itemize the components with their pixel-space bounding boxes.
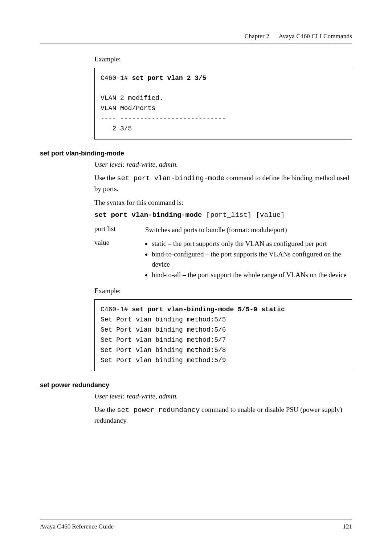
code-2-line-1: C460-1# set port vlan-binding-mode 5/5-9… [101,306,285,313]
code-2-line-5: Set Port vlan binding method:5/8 [101,347,226,354]
syntax-line-1: set port vlan-binding-mode [port_list] [… [94,211,352,219]
code-2-line-6: Set Port vlan binding method:5/9 [101,357,226,364]
desc-power: Use the set power redundancy command to … [94,405,352,425]
section-heading-power: set power redundancy [40,381,352,389]
value-bullet-2: bind-to-configured – the port supports t… [152,249,352,269]
userlevel-1: User level: read-write, admin. [94,159,352,170]
code-block-1: C460-1# set port vlan 2 3/5 VLAN 2 modif… [94,68,352,139]
code-block-2: C460-1# set port vlan-binding-mode 5/5-9… [94,299,352,371]
param-name-portlist: port list [94,225,145,233]
example-label-2: Example: [94,286,352,296]
desc-cmd-2: set power redundancy [117,406,200,414]
syntax-bold-1: set port vlan-binding-mode [94,211,202,219]
code-1-line-2: VLAN 2 modified. [101,94,163,102]
param-desc-portlist: Switches and ports to bundle (format: mo… [145,225,287,235]
header-rule [40,44,352,44]
desc-pre-2: Use the [94,406,117,413]
param-row-value: value static – the port supports only th… [94,239,352,281]
content-area: Example: C460-1# set port vlan 2 3/5 VLA… [94,54,352,425]
value-bullet-3: bind-to-all – the port support the whole… [152,270,352,280]
param-row-portlist: port list Switches and ports to bundle (… [94,225,352,235]
example-label-1: Example: [94,54,352,64]
desc-pre-1: Use the [94,174,117,182]
section-heading-vlan-binding: set port vlan-binding-mode [40,150,352,157]
code-2-line-4: Set Port vlan binding method:5/7 [101,336,226,344]
code-1-line-5: 2 3/5 [101,125,132,132]
code-1-line-3: VLAN Mod/Ports [101,105,155,112]
param-name-value: value [94,239,145,247]
footer-left: Avaya C460 Reference Guide [40,523,114,530]
footer-rule [40,519,352,519]
code-1-line-4: ---- --------------------------- [101,115,226,122]
value-bullet-1: static – the port supports only the VLAN… [152,239,352,249]
desc-cmd-1: set port vlan-binding-mode [117,174,224,182]
syntax-args-1: [port_list] [value] [202,211,285,219]
page-footer: Avaya C460 Reference Guide 121 [40,519,352,530]
page-header: Chapter 2 Avaya C460 CLI Commands [40,33,352,40]
code-1-line-1: C460-1# set port vlan 2 3/5 [101,74,207,82]
param-desc-value: static – the port supports only the VLAN… [145,239,352,281]
code-2-line-2: Set Port vlan binding method:5/5 [101,316,226,323]
code-2-line-3: Set Port vlan binding method:5/6 [101,326,226,333]
chapter-label: Chapter 2 [245,33,269,40]
userlevel-2: User level: read-write, admin. [94,391,352,401]
desc-vlan-binding: Use the set port vlan-binding-mode comma… [94,173,352,194]
chapter-title: Avaya C460 CLI Commands [279,33,352,40]
footer-right: 121 [343,523,352,530]
syntax-label-1: The syntax for this command is: [94,198,352,208]
